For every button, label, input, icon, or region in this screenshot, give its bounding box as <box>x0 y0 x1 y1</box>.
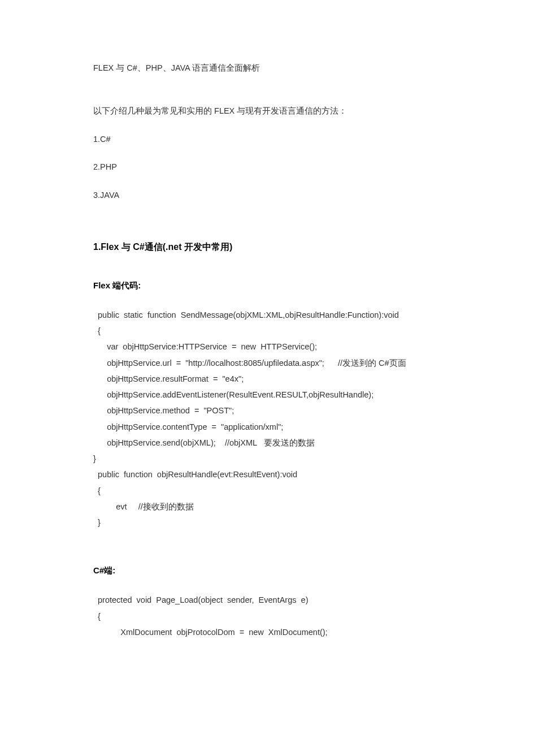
code-line: objHttpService.url = "http://localhost:8… <box>93 355 441 371</box>
code-line: evt //接收到的数据 <box>93 499 441 515</box>
code-line: protected void Page_Load(object sender, … <box>93 592 441 608</box>
intro-paragraph: 以下介绍几种最为常见和实用的 FLEX 与现有开发语言通信的方法： <box>93 105 441 118</box>
code-line: objHttpService.addEventListener(ResultEv… <box>93 387 441 403</box>
code-line: { <box>93 323 441 339</box>
flex-code-label: Flex 端代码: <box>93 280 441 291</box>
code-line: { <box>93 608 441 624</box>
section-heading-csharp: 1.Flex 与 C#通信(.net 开发中常用) <box>93 241 441 253</box>
code-line: public function objResultHandle(evt:Resu… <box>93 466 441 482</box>
flex-code-block: public static function SendMessage(objXM… <box>93 307 441 531</box>
code-line: objHttpService.resultFormat = "e4x"; <box>93 371 441 387</box>
code-line: var objHttpService:HTTPService = new HTT… <box>93 339 441 355</box>
code-line: { <box>93 483 441 499</box>
list-item-php: 2.PHP <box>93 161 441 174</box>
code-line: objHttpService.contentType = "applicatio… <box>93 419 441 435</box>
csharp-code-label: C#端: <box>93 565 441 576</box>
code-line: public static function SendMessage(objXM… <box>93 307 441 323</box>
code-line: objHttpService.method = "POST"; <box>93 403 441 418</box>
list-item-java: 3.JAVA <box>93 189 441 202</box>
csharp-code-block: protected void Page_Load(object sender, … <box>93 592 441 640</box>
code-line: XmlDocument objProtocolDom = new XmlDocu… <box>93 624 441 640</box>
code-line: objHttpService.send(objXML); //objXML 要发… <box>93 435 441 451</box>
page-title: FLEX 与 C#、PHP、JAVA 语言通信全面解析 <box>93 62 441 75</box>
code-line: } <box>93 451 441 466</box>
list-item-csharp: 1.C# <box>93 133 441 146</box>
code-line: } <box>93 515 441 530</box>
document-page: FLEX 与 C#、PHP、JAVA 语言通信全面解析 以下介绍几种最为常见和实… <box>0 0 534 685</box>
